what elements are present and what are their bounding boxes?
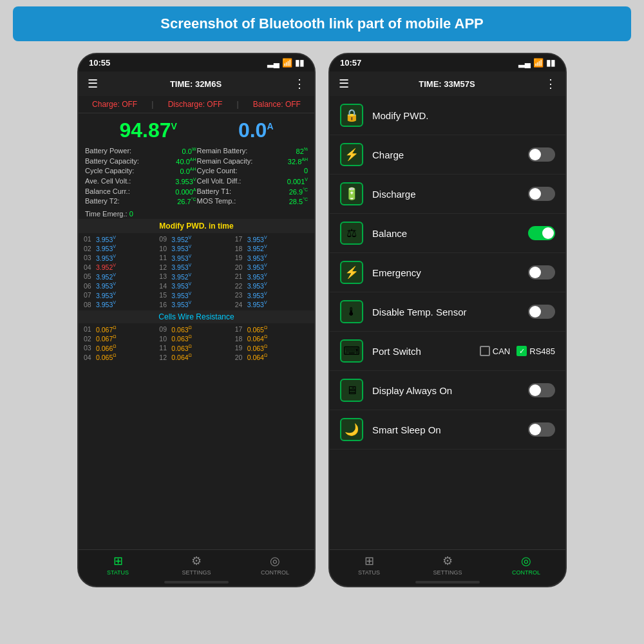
cell-item: 173.953V [235, 235, 309, 243]
cell-item: 043.952V [84, 263, 158, 271]
charge-toggle[interactable] [528, 147, 555, 162]
balance-toggle[interactable] [528, 226, 555, 240]
right-time: 10:57 [340, 58, 361, 68]
right-nav-control[interactable]: ◎ CONTROL [487, 554, 565, 576]
control-item-smart-sleep[interactable]: 🌙Smart Sleep On [330, 410, 565, 450]
cell-item: 163.953V [159, 300, 233, 308]
battery-capacity-row: Battery Capacity: 40.0AH [85, 156, 196, 166]
checkbox-can[interactable]: CAN [480, 346, 510, 356]
smart-sleep-icon: 🌙 [340, 418, 363, 441]
nav-settings[interactable]: ⚙ SETTINGS [157, 554, 236, 576]
battery-icon: ▮▮ [295, 58, 304, 68]
discharge-icon: 🔋 [340, 182, 363, 205]
phones-row: 10:55 ▂▄ 📶 ▮▮ ☰ TIME: 32M6S ⋮ Charge: [77, 53, 567, 587]
control-item-emergency[interactable]: ⚡Emergency [330, 253, 565, 292]
smart-sleep-label: Smart Sleep On [372, 424, 519, 435]
cell-item: 093.952V [159, 235, 233, 243]
control-list: 🔒Modify PWD.⚡Charge🔋Discharge⚖Balance⚡Em… [330, 96, 565, 549]
cell-item: 213.953V [235, 272, 309, 281]
wifi-icon: 📶 [282, 58, 292, 68]
port-switch-options: CAN✓RS485 [480, 346, 555, 356]
time-emerg-row: Time Emerg.: 0 [79, 209, 314, 219]
cell-item: 203.953V [235, 263, 309, 271]
battery-power-row: Battery Power: 0.0W [85, 146, 196, 156]
right-wifi-icon: 📶 [533, 58, 544, 68]
signal-icon: ▂▄ [267, 58, 279, 68]
header-banner: Screenshot of Bluetooth link part of mob… [13, 6, 631, 41]
ave-cell-volt-row: Ave. Cell Volt.: 3.953V [85, 176, 196, 186]
control-nav-label: CONTROL [261, 569, 289, 576]
balance-curr-row: Balance Curr.: 0.000A [85, 187, 196, 196]
dots-menu-icon[interactable]: ⋮ [294, 77, 305, 91]
port-switch-icon: ⌨ [340, 339, 363, 363]
mos-temp-row: MOS Temp.: 28.5°C [197, 196, 308, 206]
cell-item: 133.952V [159, 272, 233, 281]
voltage-value: 94.87V [119, 118, 176, 142]
left-status-icons: ▂▄ 📶 ▮▮ [267, 58, 304, 68]
left-bottom-nav: ⊞ STATUS ⚙ SETTINGS ◎ CONTROL [79, 549, 314, 578]
right-nav-settings[interactable]: ⚙ SETTINGS [408, 554, 487, 576]
emergency-toggle[interactable] [528, 265, 555, 279]
modify-pwd-label: Modify PWD. [372, 110, 555, 121]
control-item-modify-pwd[interactable]: 🔒Modify PWD. [330, 96, 565, 135]
display-always-on-label: Display Always On [372, 385, 519, 396]
cell-item: 103.953V [159, 244, 233, 252]
right-status-icons: ▂▄ 📶 ▮▮ [518, 58, 555, 68]
cell-item: 123.953V [159, 263, 233, 271]
charge-label: Charge [372, 149, 519, 160]
right-settings-nav-icon: ⚙ [442, 554, 453, 568]
cell-item: 143.953V [159, 281, 233, 290]
remain-capacity-row: Remain Capacity: 32.8AH [197, 156, 308, 166]
settings-nav-icon: ⚙ [191, 554, 202, 568]
cycle-count-row: Cycle Count: 0 [197, 166, 308, 176]
balance-label: Balance [372, 228, 519, 239]
port-switch-label: Port Switch [372, 346, 471, 357]
right-nav-status[interactable]: ⊞ STATUS [330, 554, 408, 576]
right-dots-menu-icon[interactable]: ⋮ [545, 77, 556, 91]
resistance-item: 110.063Ω [159, 344, 233, 352]
right-home-indicator [415, 581, 480, 583]
control-item-charge[interactable]: ⚡Charge [330, 135, 565, 175]
cell-item: 223.953V [235, 281, 309, 290]
right-hamburger-icon[interactable]: ☰ [339, 77, 349, 91]
cells-section: 013.953V093.952V173.953V023.953V103.953V… [79, 233, 314, 549]
resistance-item: 120.064Ω [159, 353, 233, 361]
resistance-item: 020.067Ω [84, 334, 158, 343]
control-item-discharge[interactable]: 🔋Discharge [330, 175, 565, 214]
discharge-toggle[interactable] [528, 187, 555, 201]
charge-status: Charge: OFF [92, 100, 137, 109]
control-item-display-always-on[interactable]: 🖥Display Always On [330, 371, 565, 410]
control-item-port-switch[interactable]: ⌨Port SwitchCAN✓RS485 [330, 332, 565, 371]
control-item-balance[interactable]: ⚖Balance [330, 214, 565, 253]
left-phone: 10:55 ▂▄ 📶 ▮▮ ☰ TIME: 32M6S ⋮ Charge: [77, 53, 316, 587]
disable-temp-toggle[interactable] [528, 305, 555, 319]
big-values: 94.87V 0.0A [79, 113, 314, 144]
resistance-header: Cells Wire Resistance [79, 310, 314, 323]
right-status-nav-label: STATUS [358, 569, 380, 576]
emergency-icon: ⚡ [340, 261, 363, 284]
settings-nav-label: SETTINGS [182, 569, 211, 576]
checkbox-check-icon: ✓ [516, 346, 527, 356]
header-title: Screenshot of Bluetooth link part of mob… [26, 15, 618, 32]
smart-sleep-toggle[interactable] [528, 422, 555, 437]
cell-item: 023.953V [84, 244, 158, 252]
nav-control[interactable]: ◎ CONTROL [236, 554, 314, 576]
control-item-disable-temp[interactable]: 🌡Disable Temp. Sensor [330, 292, 565, 332]
left-app-bar: ☰ TIME: 32M6S ⋮ [79, 71, 314, 96]
hamburger-icon[interactable]: ☰ [88, 77, 98, 91]
cell-item: 193.953V [235, 254, 309, 262]
left-status-bar: 10:55 ▂▄ 📶 ▮▮ [79, 54, 314, 71]
resistance-item: 040.065Ω [84, 353, 158, 361]
control-nav-icon: ◎ [270, 554, 280, 568]
display-always-on-toggle[interactable] [528, 383, 555, 397]
right-battery-icon: ▮▮ [546, 58, 555, 68]
home-indicator [164, 581, 229, 583]
nav-status[interactable]: ⊞ STATUS [79, 554, 157, 576]
remain-battery-row: Remain Battery: 82% [197, 146, 308, 156]
checkbox-rs485[interactable]: ✓RS485 [516, 346, 555, 356]
discharge-label: Discharge [372, 189, 519, 200]
resistance-item: 180.064Ω [235, 334, 309, 343]
charge-icon: ⚡ [340, 143, 363, 166]
resistance-grid: 010.067Ω090.063Ω170.065Ω020.067Ω100.063Ω… [79, 323, 314, 363]
status-nav-label: STATUS [107, 569, 129, 576]
